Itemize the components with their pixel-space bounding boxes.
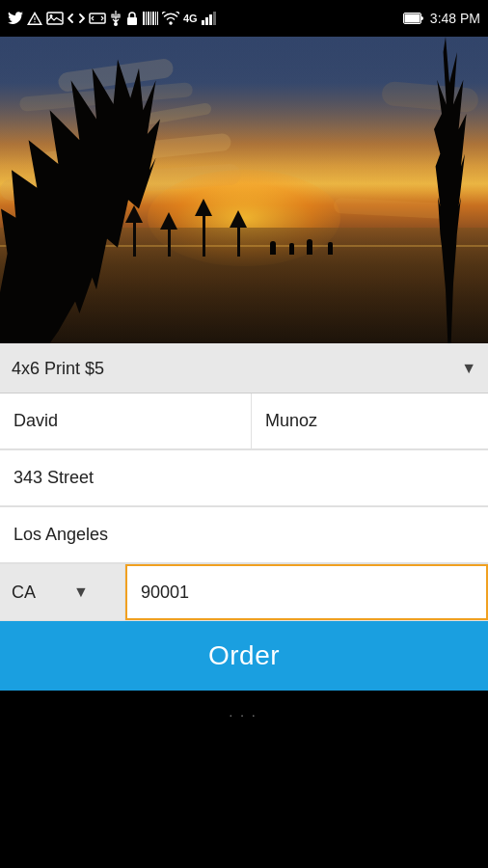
beach-figure-1	[270, 241, 276, 255]
beach-figure-3	[307, 239, 312, 255]
barcode-icon	[143, 12, 158, 25]
svg-rect-12	[202, 20, 204, 25]
name-row	[0, 393, 488, 449]
tiki-1	[125, 205, 143, 257]
tiki-2	[160, 212, 177, 257]
city-field[interactable]	[0, 507, 488, 563]
time-display: 3:48 PM	[430, 11, 480, 26]
svg-rect-10	[155, 12, 156, 25]
usb-icon	[110, 11, 122, 26]
network-label: 4G	[183, 13, 198, 24]
last-name-field[interactable]	[252, 393, 488, 449]
image-icon	[46, 12, 64, 25]
city-row	[0, 506, 488, 563]
bottom-nav: • • •	[0, 691, 488, 741]
battery-icon	[403, 13, 424, 24]
street-row	[0, 449, 488, 506]
alert-icon	[27, 12, 42, 25]
wifi-icon	[162, 12, 179, 25]
svg-rect-6	[146, 12, 147, 25]
form-area: 4x6 Print $5 5x7 Print $8 8x10 Print $12…	[0, 343, 488, 691]
print-size-dropdown-arrow: ▼	[461, 360, 476, 377]
state-selector[interactable]: CA NY TX FL WA ▼	[0, 564, 125, 620]
svg-rect-9	[152, 12, 154, 25]
svg-rect-5	[143, 12, 145, 25]
svg-rect-4	[127, 17, 137, 25]
code2-icon	[89, 12, 106, 25]
photo-area	[0, 37, 488, 343]
signal-bars	[202, 12, 217, 25]
svg-rect-13	[205, 17, 208, 25]
state-select[interactable]: CA NY TX FL WA	[12, 583, 69, 602]
street-field[interactable]	[0, 450, 488, 506]
nav-dots: • • •	[230, 713, 258, 719]
status-right: 3:48 PM	[403, 11, 480, 26]
svg-rect-14	[209, 14, 212, 25]
tiki-4	[230, 210, 247, 257]
code-icon	[68, 12, 85, 25]
svg-rect-7	[148, 12, 149, 25]
svg-rect-11	[157, 12, 158, 25]
svg-rect-17	[404, 14, 420, 23]
state-zip-row: CA NY TX FL WA ▼	[0, 563, 488, 621]
svg-rect-15	[213, 12, 216, 25]
svg-point-3	[114, 22, 118, 26]
beach-figure-4	[328, 242, 333, 255]
status-bar: 4G 3:48 PM	[0, 0, 488, 37]
zip-field[interactable]	[125, 564, 488, 620]
cloud-7	[334, 198, 450, 219]
order-button[interactable]: Order	[0, 621, 488, 691]
lock-icon	[125, 11, 139, 26]
tiki-3	[195, 199, 212, 257]
status-icons-left: 4G	[8, 11, 217, 26]
twitter-icon	[8, 12, 23, 25]
first-name-field[interactable]	[0, 393, 252, 449]
beach-figure-2	[289, 243, 294, 255]
state-dropdown-arrow: ▼	[73, 583, 89, 601]
tiki-area	[125, 199, 247, 257]
print-size-select[interactable]: 4x6 Print $5 5x7 Print $8 8x10 Print $12	[12, 359, 461, 378]
print-size-row[interactable]: 4x6 Print $5 5x7 Print $8 8x10 Print $12…	[0, 343, 488, 393]
svg-rect-8	[150, 12, 151, 25]
